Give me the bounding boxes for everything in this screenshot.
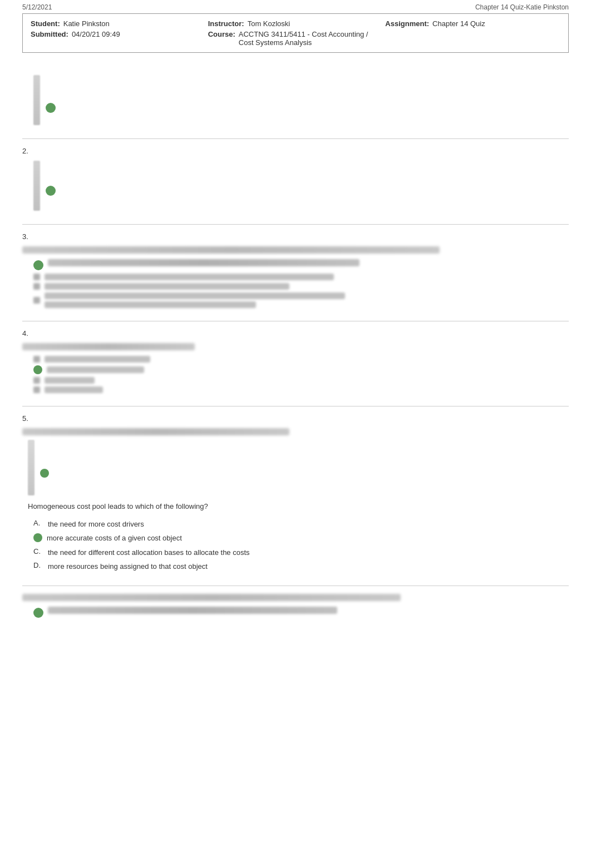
submitted-label: Submitted:: [31, 30, 68, 38]
selected-icon-q5-img: [40, 469, 49, 478]
question-5-number: 5.: [22, 414, 569, 423]
question-3-number: 3.: [22, 232, 569, 241]
selected-icon-q1: [46, 103, 56, 113]
date-label: 5/12/2021: [22, 3, 52, 11]
header-box: Student: Katie Pinkston Submitted: 04/20…: [22, 13, 569, 53]
question-4-number: 4.: [22, 329, 569, 338]
student-name: Katie Pinkston: [63, 19, 110, 28]
question-5: 5. Homogeneous cost pool leads to which …: [22, 406, 569, 586]
submitted-value: 04/20/21 09:49: [72, 30, 120, 38]
question-4: 4.: [22, 321, 569, 406]
selected-icon-q3: [33, 260, 43, 270]
selected-icon-q4: [33, 365, 42, 374]
assignment-label: Assignment:: [385, 19, 429, 28]
page-title: Chapter 14 Quiz-Katie Pinkston: [475, 3, 569, 11]
selected-icon-q2: [46, 186, 56, 196]
course-name: ACCTNG 3411/5411 - Cost Accounting / Cos…: [239, 30, 383, 47]
question-1: [22, 64, 569, 139]
student-info: Student: Katie Pinkston Submitted: 04/20…: [31, 19, 206, 47]
quiz-content: 2. 3.: [0, 64, 591, 631]
option-5-a: A. the need for more cost drivers: [33, 519, 569, 530]
course-info: Instructor: Tom Kozloski Course: ACCTNG …: [208, 19, 383, 47]
option-5-d: D. more resources being assigned to that…: [33, 561, 569, 572]
course-label: Course:: [208, 30, 235, 47]
question-2: 2.: [22, 139, 569, 225]
selected-icon-q6: [33, 608, 43, 618]
question-5-text: Homogeneous cost pool leads to which of …: [28, 501, 569, 512]
question-6: [22, 586, 569, 631]
page-header-top: 5/12/2021 Chapter 14 Quiz-Katie Pinkston: [0, 0, 591, 13]
option-5-b: more accurate costs of a given cost obje…: [33, 533, 569, 544]
option-5-c: C. the need for different cost allocatio…: [33, 547, 569, 558]
assignment-info: Assignment: Chapter 14 Quiz: [385, 19, 560, 47]
question-3: 3.: [22, 225, 569, 321]
instructor-name: Tom Kozloski: [248, 19, 290, 28]
assignment-name: Chapter 14 Quiz: [432, 19, 485, 28]
student-label: Student:: [31, 19, 60, 28]
instructor-label: Instructor:: [208, 19, 244, 28]
selected-icon-q5-b: [33, 533, 42, 542]
question-2-number: 2.: [22, 147, 569, 155]
